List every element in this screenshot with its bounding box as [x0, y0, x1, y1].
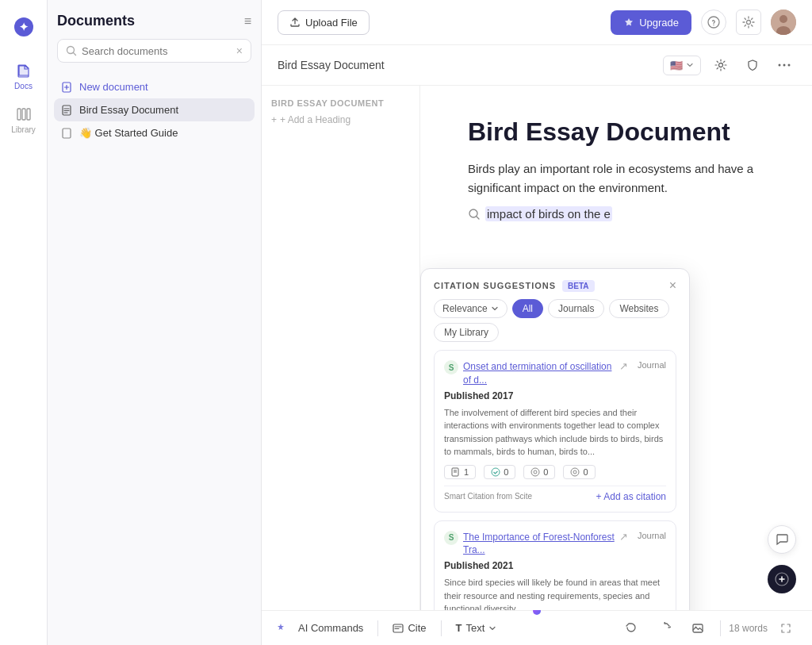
search-clear-icon[interactable]: ×	[236, 44, 243, 57]
undo-button[interactable]	[617, 618, 645, 639]
external-link-icon-1[interactable]: ↗	[619, 360, 628, 372]
chevron-down-icon	[686, 61, 694, 69]
citation-close-button[interactable]: ×	[669, 278, 676, 293]
outline-breadcrumb: Bird Essay Document	[271, 98, 410, 108]
filter-my-library[interactable]: My Library	[434, 323, 499, 342]
chat-button[interactable]	[768, 525, 796, 554]
citation-desc-1: The involvement of different bird specie…	[444, 406, 666, 459]
citation-stats-1: 1 0 0 0	[444, 465, 666, 479]
doc-settings-button[interactable]	[709, 53, 733, 77]
filter-journals[interactable]: Journals	[548, 299, 604, 318]
ai-commands-area: AI Commands	[274, 618, 371, 638]
language-selector[interactable]: 🇺🇸	[663, 56, 701, 75]
search-input[interactable]	[82, 45, 232, 57]
sidebar-items: New document Bird Essay Document 👋 Get S…	[48, 69, 261, 151]
doc-stat-icon	[451, 467, 461, 477]
citation-popup: CITATION SUGGESTIONS BETA × Relevance Al…	[420, 268, 690, 610]
expand-button[interactable]	[772, 619, 799, 638]
avatar[interactable]	[771, 10, 796, 35]
scite-icon-2: S	[444, 531, 458, 545]
svg-point-15	[708, 17, 719, 28]
upgrade-button[interactable]: Upgrade	[611, 10, 691, 35]
filter-row: Relevance All Journals Websites My Libra…	[421, 299, 689, 350]
sidebar-title: Documents ≡	[57, 13, 251, 29]
doc-editor[interactable]: Bird Essay Document Birds play an import…	[420, 86, 812, 610]
shield-icon	[746, 59, 759, 71]
upgrade-icon	[623, 17, 634, 28]
search-icon	[66, 45, 77, 56]
nav-docs-label: Docs	[14, 82, 33, 90]
citation-link-2[interactable]: The Importance of Forest-Nonforest Tra..…	[463, 531, 616, 558]
nav-docs[interactable]: Docs	[3, 56, 44, 97]
svg-point-24	[788, 64, 791, 67]
sidebar-menu-icon[interactable]: ≡	[244, 14, 251, 29]
bottom-toolbar: AI Commands Cite T Text	[262, 610, 812, 645]
doc-settings-icon	[714, 59, 727, 71]
cite-button[interactable]: Cite	[385, 618, 434, 638]
svg-point-33	[571, 468, 579, 476]
ai-commands-button[interactable]: AI Commands	[290, 618, 371, 638]
filter-websites[interactable]: Websites	[609, 299, 668, 318]
shield-button[interactable]	[741, 53, 764, 77]
stat-item: 0	[484, 465, 515, 479]
beta-badge: BETA	[562, 280, 594, 292]
citation-link-1[interactable]: Onset and termination of oscillation of …	[463, 360, 616, 387]
nav-library[interactable]: Library	[3, 100, 44, 140]
settings-button[interactable]	[736, 10, 761, 35]
undo-icon	[625, 622, 638, 635]
chat-icon	[775, 532, 789, 547]
stat-item: 0	[523, 465, 555, 479]
nav-sidebar: ✦ Docs Library	[0, 0, 48, 645]
citation-desc-2: Since bird species will likely be found …	[444, 576, 666, 610]
filter-all[interactable]: All	[512, 299, 543, 318]
settings-icon	[742, 16, 755, 29]
svg-point-23	[783, 64, 786, 67]
sidebar: Documents ≡ × New document	[48, 0, 262, 645]
check-stat-icon	[491, 467, 500, 477]
add-heading-button[interactable]: + + Add a Heading	[271, 114, 410, 125]
floating-action-button[interactable]	[768, 565, 796, 593]
svg-line-6	[74, 53, 76, 56]
relevance-filter[interactable]: Relevance	[434, 299, 508, 318]
filter-chevron-icon	[491, 305, 499, 313]
flag-icon: 🇺🇸	[670, 60, 683, 71]
sidebar-item-new-doc[interactable]: New document	[54, 75, 255, 98]
toolbar-separator-1	[377, 620, 378, 636]
svg-rect-4	[27, 109, 30, 120]
circle-stat-icon	[530, 467, 540, 477]
citation-item-2: S The Importance of Forest-Nonforest Tra…	[434, 520, 676, 610]
toolbar-separator-3	[720, 620, 721, 636]
svg-rect-14	[63, 129, 71, 138]
citation-type-2: Journal	[638, 531, 666, 540]
upload-icon	[289, 17, 301, 28]
add-citation-button-1[interactable]: + Add as citation	[596, 491, 666, 502]
media-button[interactable]	[684, 618, 712, 639]
citation-type-1: Journal	[638, 360, 666, 370]
scite-icon-1: S	[444, 360, 458, 374]
svg-text:✦: ✦	[19, 21, 29, 33]
text-style-button[interactable]: T Text	[448, 618, 505, 638]
upload-button[interactable]: Upload File	[278, 10, 370, 35]
redo-button[interactable]	[650, 618, 679, 639]
svg-point-21	[719, 63, 723, 67]
search-bar[interactable]: ×	[57, 39, 251, 63]
svg-line-26	[477, 217, 479, 219]
sidebar-item-new-doc-label: New document	[79, 81, 148, 93]
query-highlight: impact of birds on the e	[485, 206, 612, 221]
query-text: impact of birds on the e	[485, 207, 612, 221]
word-count: 18 words	[729, 623, 768, 634]
help-icon	[707, 16, 720, 29]
svg-point-30	[492, 468, 500, 476]
more-options-button[interactable]	[772, 53, 796, 77]
svg-point-17	[747, 21, 751, 25]
external-link-icon-2[interactable]: ↗	[619, 531, 628, 543]
toolbar-separator-2	[441, 620, 442, 636]
main-content: Upload File Upgrade	[262, 0, 812, 645]
help-button[interactable]	[701, 10, 726, 35]
topbar: Upload File Upgrade	[262, 0, 812, 45]
ai-icon	[274, 622, 287, 635]
sidebar-item-get-started[interactable]: 👋 Get Started Guide	[54, 121, 255, 144]
sidebar-item-bird-essay[interactable]: Bird Essay Document	[54, 98, 255, 121]
text-style-icon: T	[456, 622, 462, 634]
stat-item: 1	[444, 465, 476, 479]
